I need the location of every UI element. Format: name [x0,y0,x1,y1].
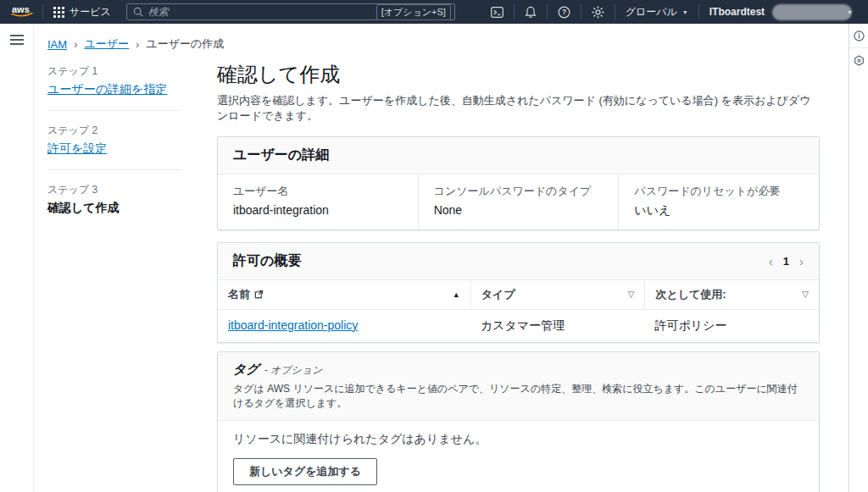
breadcrumb-separator-icon: › [136,38,139,51]
external-link-icon [254,290,264,299]
column-label: 次として使用: [655,287,726,302]
tags-description: タグは AWS リソースに追加できるキーと値のペアで、リソースの特定、整理、検索… [233,382,804,411]
step-3-current-label: 確認して作成 [47,201,217,216]
user-details-card-title: ユーザーの詳細 [233,147,329,162]
user-details-card-header: ユーザーの詳細 [218,137,819,174]
permissions-card-title: 許可の概要 [233,252,301,270]
field-label: コンソールパスワードのタイプ [434,184,604,199]
field-label: ユーザー名 [233,184,403,199]
wizard-step-1: ステップ 1 ユーザーの詳細を指定 [47,64,217,97]
add-tag-button[interactable]: 新しいタグを追加する [233,458,377,485]
column-header-used-as[interactable]: 次として使用: ▽ [644,280,819,309]
cell-policy-type: カスタマー管理 [470,310,645,342]
policy-link[interactable]: itboard-integration-policy [228,318,358,332]
pagination: ‹ 1 › [769,255,804,268]
tags-card-title: タグ [233,362,259,378]
field-user-name: ユーザー名 itboard-integration [218,174,418,229]
search-input[interactable]: 検索 [オプション+S] [126,3,455,20]
column-header-name[interactable]: 名前 ▲ [218,280,470,309]
main-column: 確認して作成 選択内容を確認します。ユーザーを作成した後、自動生成されたパスワー… [217,52,820,492]
permissions-summary-card: 許可の概要 ‹ 1 › 名前 [217,242,820,343]
breadcrumb-separator-icon: › [74,38,77,51]
filter-icon[interactable]: ▽ [628,290,635,299]
topnav-right-cluster: ? グローバル ▼ ITboardtest ▼ [481,4,863,20]
top-navigation-bar: aws サービス 検索 [オプション+S] [0,0,868,24]
wizard-steps-nav: ステップ 1 ユーザーの詳細を指定 ステップ 2 許可を設定 ステップ 3 確認… [34,52,217,492]
pagination-current-page[interactable]: 1 [783,255,789,268]
tags-card: タグ - オプション タグは AWS リソースに追加できるキーと値のペアで、リソ… [217,351,820,492]
breadcrumb-current: ユーザーの作成 [146,36,224,52]
settings-button[interactable] [581,6,615,19]
field-value: itboard-integration [233,203,403,217]
step-number-label: ステップ 3 [47,183,217,197]
field-password-reset-required: パスワードのリセットが必要 いいえ [618,174,819,229]
field-console-password-type: コンソールパスワードのタイプ None [418,174,619,229]
field-value: いいえ [634,203,804,218]
bell-icon [525,6,537,19]
breadcrumb: IAM › ユーザー › ユーザーの作成 [34,24,849,52]
cloudshell-icon [491,7,504,18]
step-divider [47,169,181,170]
cell-used-as: 許可ポリシー [644,310,819,342]
aws-logo-icon[interactable]: aws [10,3,34,21]
sort-ascending-icon[interactable]: ▲ [453,290,460,299]
hexagon-icon [854,55,865,66]
step-divider [47,110,181,111]
services-label: サービス [70,5,111,19]
gear-icon [592,6,604,19]
tags-empty-message: リソースに関連付けられたタグはありません。 [233,432,804,447]
wizard-step-3-current: ステップ 3 確認して作成 [47,183,217,216]
content-area: IAM › ユーザー › ユーザーの作成 ステップ 1 ユーザーの詳細を指定 ス… [34,24,849,492]
table-header-row: 名前 ▲ タイプ [218,280,819,310]
tags-card-header: タグ - オプション タグは AWS リソースに追加できるキーと値のペアで、リソ… [218,352,819,421]
tags-card-body: リソースに関連付けられたタグはありません。 新しいタグを追加する 最大 50 個… [218,421,819,492]
account-redaction-blur [772,4,852,20]
page-shell: IAM › ユーザー › ユーザーの作成 ステップ 1 ユーザーの詳細を指定 ス… [0,24,868,492]
help-button[interactable]: ? [548,6,581,19]
left-rail [0,24,34,492]
cell-policy-name: itboard-integration-policy [218,310,470,342]
step-1-link[interactable]: ユーザーの詳細を指定 [47,82,167,97]
info-icon [854,30,865,41]
user-details-card: ユーザーの詳細 ユーザー名 itboard-integration コンソールパ… [217,136,820,230]
permissions-card-header: 許可の概要 ‹ 1 › [218,243,819,280]
tags-optional-label: - オプション [264,363,323,378]
permissions-table: 名前 ▲ タイプ [218,280,819,342]
region-label: グローバル [626,5,677,19]
help-icon: ? [558,6,570,19]
aws-logo-text: aws [12,4,30,14]
hamburger-menu-icon[interactable] [10,35,24,492]
step-2-link[interactable]: 許可を設定 [47,141,107,157]
info-panel-button[interactable] [849,24,868,47]
services-menu-button[interactable]: サービス [43,5,121,19]
services-grid-icon [53,7,64,18]
cloudshell-button[interactable] [481,7,514,18]
right-tools-rail [849,24,868,492]
table-row: itboard-integration-policy カスタマー管理 許可ポリシ… [218,310,819,342]
column-header-type[interactable]: タイプ ▽ [470,280,645,309]
page-description: 選択内容を確認します。ユーザーを作成した後、自動生成されたパスワード (有効にな… [217,93,820,124]
breadcrumb-link-iam[interactable]: IAM [47,38,67,51]
wizard-step-2: ステップ 2 許可を設定 [47,124,217,157]
step-number-label: ステップ 2 [47,124,217,138]
chevron-down-icon: ▼ [682,9,688,15]
user-details-fields: ユーザー名 itboard-integration コンソールパスワードのタイプ… [218,174,819,229]
column-label: タイプ [481,287,515,302]
region-selector[interactable]: グローバル ▼ [615,5,698,19]
field-label: パスワードのリセットが必要 [634,184,804,199]
chevron-down-icon: ▼ [847,9,853,15]
breadcrumb-link-users[interactable]: ユーザー [84,36,129,52]
pagination-prev-icon[interactable]: ‹ [769,255,773,268]
field-value: None [434,203,604,217]
svg-text:?: ? [562,8,566,16]
page-title: 確認して作成 [217,63,820,87]
column-label: 名前 [228,287,250,302]
search-icon [133,7,143,17]
filter-icon[interactable]: ▽ [802,290,809,299]
pagination-next-icon[interactable]: › [799,255,804,268]
account-menu-button[interactable]: ITboardtest ▼ [699,4,863,20]
account-name: ITboardtest [709,6,765,18]
notifications-button[interactable] [515,6,547,19]
search-placeholder: 検索 [148,5,371,19]
resources-panel-button[interactable] [849,48,868,72]
